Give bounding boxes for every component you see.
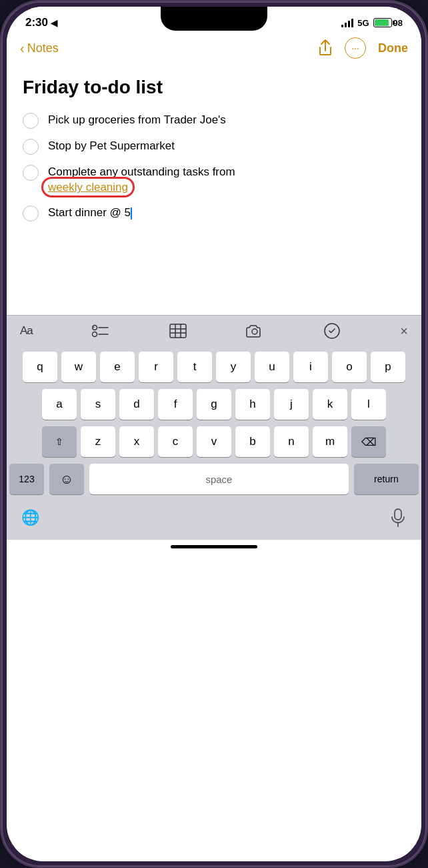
svg-rect-5 [170, 324, 186, 338]
note-content: Friday to-do list Pick up groceries from… [7, 65, 421, 235]
status-right: 5G 98 [341, 18, 403, 28]
keyboard-row-1: q w e r t y u i o p [9, 352, 419, 382]
key-s[interactable]: s [81, 389, 115, 420]
key-k[interactable]: k [313, 389, 347, 420]
markup-button[interactable] [323, 322, 341, 340]
todo-text-3-before: Complete any outstanding tasks from [48, 165, 235, 178]
signal-bar-4 [351, 19, 353, 27]
share-button[interactable] [318, 39, 333, 57]
more-options-button[interactable]: ··· [345, 37, 366, 59]
todo-text-3: Complete any outstanding tasks from week… [48, 164, 235, 196]
checklist-button[interactable] [92, 324, 109, 338]
key-o[interactable]: o [332, 352, 367, 382]
location-icon: ◀ [51, 18, 57, 28]
todo-text-4: Start dinner @ 5 [48, 205, 132, 221]
key-m[interactable]: m [313, 426, 347, 457]
todo-text-1: Pick up groceries from Trader Joe's [48, 112, 226, 128]
todo-text-4-content: Start dinner @ 5 [48, 206, 131, 219]
key-j[interactable]: j [274, 389, 309, 420]
battery-container: 98 [373, 18, 403, 28]
weekly-cleaning-link[interactable]: weekly cleaning [48, 181, 128, 193]
todo-checkbox-2[interactable] [23, 139, 39, 155]
key-c[interactable]: c [158, 426, 193, 457]
key-q[interactable]: q [23, 352, 57, 382]
todo-checkbox-4[interactable] [23, 205, 39, 222]
key-u[interactable]: u [255, 352, 289, 382]
battery-icon [373, 18, 392, 27]
keyboard-row-4: 123 ☺ space return [9, 464, 419, 494]
nav-actions: ··· Done [318, 37, 408, 59]
key-v[interactable]: v [197, 426, 231, 457]
microphone-button[interactable] [383, 502, 413, 533]
status-time: 2:30 ◀ [25, 16, 57, 29]
keyboard: q w e r t y u i o p a s d f g h j k [7, 346, 421, 540]
notch [161, 7, 267, 31]
note-title: Friday to-do list [23, 76, 405, 99]
todo-list: Pick up groceries from Trader Joe's Stop… [23, 112, 405, 222]
network-label: 5G [357, 18, 369, 28]
keyboard-close-button[interactable]: × [400, 324, 408, 339]
key-l[interactable]: l [351, 389, 386, 420]
back-label: Notes [27, 41, 59, 55]
camera-button[interactable] [246, 324, 263, 338]
time-display: 2:30 [25, 16, 48, 29]
phone-screen: 2:30 ◀ 5G 98 [7, 7, 421, 861]
todo-item-3: Complete any outstanding tasks from week… [23, 164, 405, 196]
close-icon: × [400, 324, 408, 339]
key-n[interactable]: n [274, 426, 309, 457]
key-g[interactable]: g [197, 389, 231, 420]
battery-fill [375, 19, 389, 26]
todo-checkbox-1[interactable] [23, 113, 39, 129]
todo-item-1: Pick up groceries from Trader Joe's [23, 112, 405, 129]
return-key[interactable]: return [354, 464, 419, 494]
key-h[interactable]: h [235, 389, 270, 420]
battery-percent: 98 [393, 18, 403, 28]
signal-bar-3 [348, 21, 350, 27]
key-r[interactable]: r [139, 352, 173, 382]
weekly-cleaning-highlight: weekly cleaning [48, 181, 128, 193]
numbers-key[interactable]: 123 [9, 464, 44, 494]
key-x[interactable]: x [119, 426, 154, 457]
key-d[interactable]: d [119, 389, 154, 420]
key-i[interactable]: i [293, 352, 328, 382]
key-z[interactable]: z [81, 426, 115, 457]
shift-key[interactable]: ⇧ [42, 426, 77, 457]
key-b[interactable]: b [235, 426, 270, 457]
keyboard-row-2: a s d f g h j k l [9, 389, 419, 420]
aa-icon: Aa [20, 324, 33, 338]
backspace-key[interactable]: ⌫ [351, 426, 386, 457]
key-w[interactable]: w [61, 352, 96, 382]
chevron-left-icon: ‹ [20, 41, 25, 56]
table-button[interactable] [169, 324, 187, 338]
svg-point-1 [93, 327, 95, 328]
svg-point-10 [252, 329, 257, 334]
space-key[interactable]: space [89, 464, 349, 494]
key-e[interactable]: e [100, 352, 135, 382]
nav-bar: ‹ Notes ··· Done [7, 33, 421, 65]
todo-item-2: Stop by Pet Supermarket [23, 138, 405, 155]
key-a[interactable]: a [42, 389, 77, 420]
todo-text-2: Stop by Pet Supermarket [48, 138, 175, 154]
keyboard-bottom: 🌐 [9, 501, 419, 537]
font-format-button[interactable]: Aa [20, 324, 33, 338]
signal-bar-2 [345, 23, 347, 27]
text-cursor [131, 207, 132, 220]
globe-button[interactable]: 🌐 [15, 502, 45, 533]
svg-point-0 [93, 326, 97, 330]
home-indicator [7, 540, 421, 559]
key-t[interactable]: t [177, 352, 212, 382]
key-f[interactable]: f [158, 389, 193, 420]
svg-point-3 [93, 332, 97, 337]
key-y[interactable]: y [216, 352, 251, 382]
emoji-key[interactable]: ☺ [49, 464, 84, 494]
back-button[interactable]: ‹ Notes [20, 41, 59, 56]
signal-bar-1 [341, 25, 343, 27]
home-bar [171, 545, 257, 548]
content-spacer [7, 235, 421, 315]
phone-frame: 2:30 ◀ 5G 98 [0, 0, 428, 868]
done-button[interactable]: Done [378, 41, 408, 55]
key-p[interactable]: p [371, 352, 405, 382]
keyboard-row-3: ⇧ z x c v b n m ⌫ [9, 426, 419, 457]
todo-checkbox-3[interactable] [23, 165, 39, 181]
signal-bars [341, 18, 353, 27]
